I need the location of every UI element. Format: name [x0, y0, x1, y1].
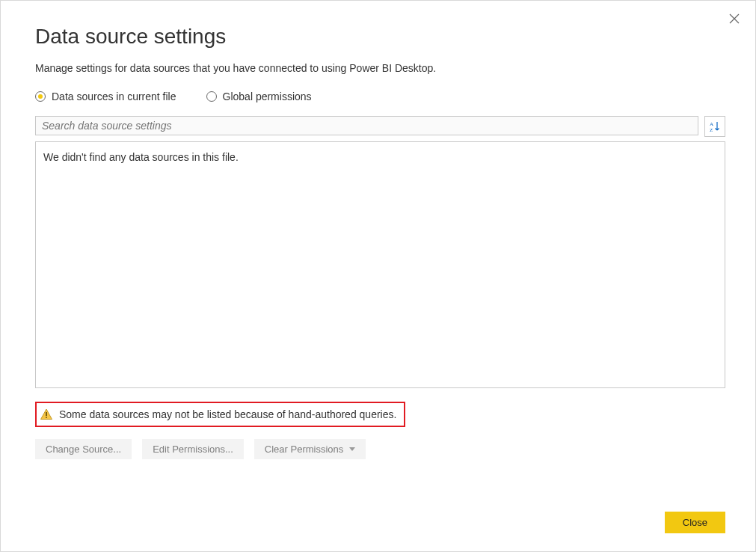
- scope-radio-group: Data sources in current file Global perm…: [35, 91, 725, 102]
- sort-button[interactable]: A Z: [704, 116, 725, 137]
- radio-global-permissions-label: Global permissions: [223, 91, 312, 102]
- radio-current-file-label: Data sources in current file: [52, 91, 176, 102]
- sort-az-icon: A Z: [709, 120, 721, 132]
- close-button[interactable]: Close: [665, 512, 725, 533]
- page-subtitle: Manage settings for data sources that yo…: [35, 62, 725, 74]
- clear-permissions-button[interactable]: Clear Permissions: [254, 439, 366, 459]
- radio-current-file[interactable]: Data sources in current file: [35, 91, 176, 102]
- edit-permissions-label: Edit Permissions...: [153, 444, 233, 455]
- svg-rect-2: [46, 412, 47, 416]
- page-title: Data source settings: [35, 25, 725, 49]
- warning-callout: Some data sources may not be listed beca…: [35, 402, 405, 427]
- list-empty-message: We didn't find any data sources in this …: [43, 151, 239, 163]
- svg-text:Z: Z: [710, 127, 713, 132]
- radio-indicator-icon: [206, 91, 217, 102]
- data-sources-list[interactable]: We didn't find any data sources in this …: [35, 141, 725, 388]
- clear-permissions-label: Clear Permissions: [265, 444, 343, 455]
- change-source-button[interactable]: Change Source...: [35, 439, 132, 459]
- change-source-label: Change Source...: [46, 444, 121, 455]
- search-input[interactable]: [35, 116, 698, 135]
- svg-rect-3: [46, 417, 47, 418]
- radio-global-permissions[interactable]: Global permissions: [206, 91, 312, 102]
- chevron-down-icon: [349, 447, 355, 451]
- warning-text: Some data sources may not be listed beca…: [59, 408, 396, 420]
- warning-icon: [40, 408, 53, 421]
- svg-text:A: A: [710, 121, 713, 127]
- edit-permissions-button[interactable]: Edit Permissions...: [142, 439, 244, 459]
- close-icon[interactable]: [727, 11, 742, 26]
- radio-indicator-icon: [35, 91, 46, 102]
- close-button-label: Close: [683, 517, 707, 528]
